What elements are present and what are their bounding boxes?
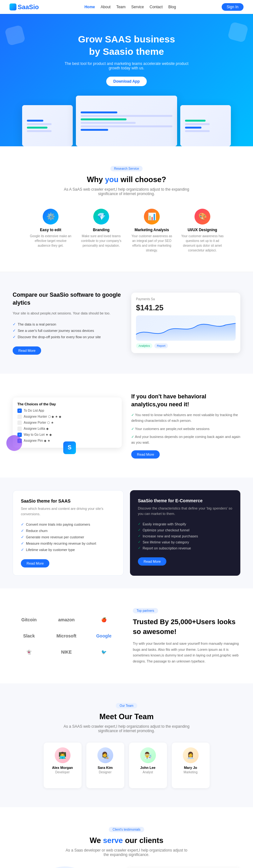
compare-section: Compare our SaaSio software to google al…: [0, 272, 253, 374]
nav-contact[interactable]: Contact: [150, 5, 162, 9]
check-icon-1: ✓: [13, 329, 16, 333]
brand-slack: Slack: [13, 630, 45, 642]
check-icon-0: ✓: [13, 322, 16, 327]
hero-screen-right: [180, 105, 231, 146]
clients-title: We serve our clients: [13, 836, 240, 845]
compare-desc: Your site is about people,not sessions. …: [13, 311, 122, 316]
team-avatar-2: 👨‍🔬: [140, 747, 156, 763]
compare-point-1: ✓See a user's full customer journey acro…: [13, 328, 122, 334]
saas-section: SaaSio theme for SAAS See which features…: [0, 477, 253, 588]
clients-content: 👩 👨 👩‍🦰 🧑 👩‍🦱 Lorem ipsum dolor sit amet…: [13, 866, 240, 868]
saas-feature-0-3: ✓Measure monthly recurring revenue by co…: [21, 540, 115, 547]
hero-section: Grow SAAS businessby Saasio theme The be…: [0, 14, 253, 146]
trusted-section: Gitcoin amazon 🍎 Slack Microsoft Google …: [0, 588, 253, 683]
check-icon-2: ✓: [13, 335, 16, 339]
why-card-desc-0: Google its extensive make an effective t…: [29, 234, 73, 248]
trusted-desc: Try with your favorite tool and save you…: [133, 641, 240, 664]
compare-point-0: ✓The data is a real person: [13, 321, 122, 328]
clients-section: Client's testimonials We serve our clien…: [0, 807, 253, 868]
why-cards: ⚙️ Easy to edit Google its extensive mak…: [13, 209, 240, 253]
nav-service[interactable]: Service: [131, 5, 144, 9]
saas-features-0: ✓Convert more trials into paying custome…: [21, 521, 115, 553]
logo[interactable]: SaaSio: [9, 3, 39, 11]
team-section: Our Team Meet Our Team As a SAAS web cra…: [0, 683, 253, 807]
todo-item-0: ✓ To Do List App: [17, 408, 117, 413]
why-icon-0: ⚙️: [43, 209, 59, 224]
analytics-title: If you don't have behavioral analytics,y…: [131, 393, 240, 408]
saas-cta-1[interactable]: Read More: [138, 557, 166, 565]
hero-title: Grow SAAS businessby Saasio theme: [9, 33, 244, 58]
saas-feature-0-1: ✓Reduce churn: [21, 528, 115, 534]
team-card-1: 👩‍🎨 Sara Kim Designer: [86, 743, 124, 788]
saas-card-desc-1: Discover the characteristics that define…: [138, 506, 232, 516]
analytics-text: If you don't have behavioral analytics,y…: [131, 393, 240, 459]
why-card-desc-3: Your customer awareness has questions se…: [180, 234, 224, 253]
why-card-desc-1: Make sure and loved teams contribute to …: [79, 234, 123, 248]
hero-screen-left: [22, 105, 73, 146]
logo-text: SaaSio: [18, 3, 39, 11]
brand-logos: Gitcoin amazon 🍎 Slack Microsoft Google …: [13, 614, 120, 658]
why-icon-2: 📊: [144, 209, 160, 224]
why-card-0: ⚙️ Easy to edit Google its extensive mak…: [29, 209, 73, 253]
saas-features-1: ✓Easily integrate with Shopify ✓Optimize…: [138, 521, 232, 551]
nav-blog[interactable]: Blog: [168, 5, 176, 9]
team-title: Meet Our Team: [13, 712, 240, 721]
analytics-read-more[interactable]: Read More: [131, 450, 160, 459]
todo-check-1: [17, 414, 22, 419]
saas-feature-0-0: ✓Convert more trials into paying custome…: [21, 521, 115, 528]
team-avatar-1: 👩‍🎨: [98, 747, 113, 763]
brand-microsoft: Microsoft: [50, 630, 82, 642]
team-card-0: 👨‍💻 Alex Morgan Developer: [44, 743, 82, 788]
dash-label: Payments Sa: [136, 297, 236, 301]
team-avatar-0: 👨‍💻: [55, 747, 71, 763]
trusted-title: Trusted By 25,000+Users looks so awesome…: [133, 617, 240, 637]
navbar: SaaSio Home About Team Service Contact B…: [0, 0, 253, 14]
why-section: Research Service Why you will choose? As…: [0, 146, 253, 272]
download-btn[interactable]: Download App: [106, 76, 147, 86]
hero-subtitle: The best tool for product and marketing …: [63, 61, 190, 70]
why-desc: As A SaAS web crawler expert,l help orga…: [55, 187, 198, 196]
todo-check-2: [17, 421, 22, 425]
team-card-3: 👩‍💼 Mary Jo Marketing: [172, 743, 210, 788]
todo-title: The Choices of the Day: [17, 402, 117, 406]
todo-card: The Choices of the Day ✓ To Do List App …: [13, 397, 122, 448]
compare-read-more[interactable]: Read More: [13, 346, 41, 355]
s-badge: S: [63, 441, 76, 454]
badge-report: Report: [154, 343, 168, 348]
todo-check-0: ✓: [17, 408, 22, 413]
saas-feature-1-1: ✓Optimize your checkout funnel: [138, 527, 232, 533]
hero-screen-main: [76, 96, 177, 146]
saas-card-saas: SaaSio theme for SAAS See which features…: [13, 490, 124, 576]
nav-home[interactable]: Home: [84, 5, 95, 9]
clients-desc: As a Saas developer or web crawler exper…: [63, 848, 190, 857]
why-card-title-1: Branding: [79, 228, 123, 232]
analytics-section: The Choices of the Day ✓ To Do List App …: [0, 374, 253, 477]
why-card-3: 🎨 UI/UX Designing Your customer awarenes…: [180, 209, 224, 253]
saas-cta-0[interactable]: Read More: [21, 559, 49, 567]
brand-twitter: 🐦: [87, 646, 120, 658]
todo-check-3: [17, 427, 22, 431]
todo-items: ✓ To Do List App Assignee Hunter ⬡ ◆ ★ ◆…: [17, 408, 117, 443]
analytics-point-2: ✓ And your business depends on people co…: [131, 434, 240, 445]
team-name-2: John Lee: [134, 766, 162, 770]
team-role-1: Designer: [91, 771, 119, 774]
team-name-3: Mary Jo: [177, 766, 205, 770]
team-grid: 👨‍💻 Alex Morgan Developer 👩‍🎨 Sara Kim D…: [13, 743, 240, 788]
saas-feature-0-4: ✓Lifetime value by customer type: [21, 547, 115, 553]
brand-nike: NIKE: [50, 646, 82, 658]
why-card-1: 💎 Branding Make sure and loved teams con…: [79, 209, 123, 253]
saas-card-title-0: SaaSio theme for SAAS: [21, 498, 115, 503]
saas-feature-1-4: ✓Report on subscription revenue: [138, 545, 232, 551]
nav-team[interactable]: Team: [116, 5, 125, 9]
logo-icon: [9, 3, 16, 10]
team-name-1: Sara Kim: [91, 766, 119, 770]
compare-point-2: ✓Discover the drop-off points for every …: [13, 334, 122, 340]
team-avatar-3: 👩‍💼: [183, 747, 198, 763]
nav-about[interactable]: About: [101, 5, 110, 9]
team-card-2: 👨‍🔬 John Lee Analyst: [129, 743, 167, 788]
analytics-point-0: ✓ You need to know which features are mo…: [131, 412, 240, 424]
team-name-0: Alex Morgan: [48, 766, 77, 770]
trusted-text: Top partners Trusted By 25,000+Users loo…: [133, 608, 240, 664]
signin-button[interactable]: Sign In: [222, 3, 244, 11]
clients-bubble: 👩 👨 👩‍🦰 🧑 👩‍🦱: [33, 866, 97, 868]
